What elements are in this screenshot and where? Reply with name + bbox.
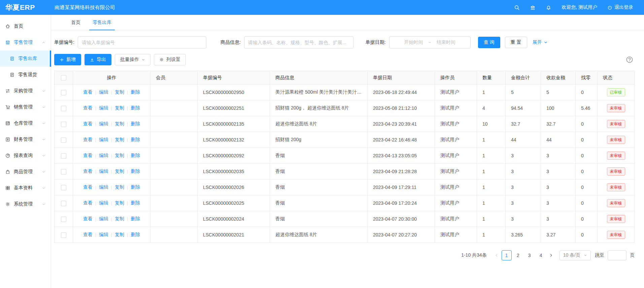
copy-link[interactable]: 复制	[115, 105, 124, 111]
product-info-input[interactable]	[244, 36, 353, 49]
row-checkbox[interactable]	[61, 90, 66, 95]
tab-home[interactable]: 首页	[65, 15, 87, 30]
column-settings-label: 列设置	[166, 57, 180, 63]
sidebar-item-零售管理[interactable]: 零售管理	[0, 34, 51, 51]
copy-link[interactable]: 复制	[115, 121, 124, 127]
edit-link[interactable]: 编辑	[99, 89, 108, 95]
sidebar-item-系统管理[interactable]: 系统管理	[0, 196, 51, 212]
edit-link[interactable]: 编辑	[99, 137, 108, 143]
edit-link[interactable]: 编辑	[99, 121, 108, 127]
batch-actions-button[interactable]: 批量操作	[115, 54, 150, 65]
sidebar-item-报表查询[interactable]: 报表查询	[0, 148, 51, 164]
view-link[interactable]: 查看	[83, 232, 93, 238]
copy-link[interactable]: 复制	[115, 200, 124, 206]
copy-link[interactable]: 复制	[115, 232, 124, 238]
export-button[interactable]: 导出	[84, 54, 111, 65]
cell-change: 0	[576, 164, 598, 180]
doc-no-input[interactable]	[78, 36, 206, 49]
search-icon[interactable]	[514, 5, 520, 10]
add-button[interactable]: 新增	[54, 54, 81, 65]
row-checkbox[interactable]	[61, 232, 66, 238]
delete-link[interactable]: 删除	[131, 184, 140, 190]
view-link[interactable]: 查看	[83, 121, 93, 127]
prev-page-button[interactable]	[492, 250, 502, 260]
delete-link[interactable]: 删除	[131, 89, 140, 95]
edit-link[interactable]: 编辑	[99, 184, 108, 190]
next-page-button[interactable]	[546, 250, 556, 260]
date-range-input[interactable]: 开始时间 ~ 结束时间	[389, 36, 471, 49]
jump-page-input[interactable]	[608, 250, 626, 260]
copy-link[interactable]: 复制	[115, 137, 124, 143]
sidebar-subitem-零售退货[interactable]: 零售退货	[0, 67, 51, 83]
copy-link[interactable]: 复制	[115, 168, 124, 174]
view-link[interactable]: 查看	[83, 137, 93, 143]
row-checkbox[interactable]	[61, 122, 66, 127]
reset-button[interactable]: 重 置	[505, 37, 527, 48]
row-checkbox[interactable]	[61, 137, 66, 143]
bell-icon[interactable]	[546, 5, 551, 10]
row-checkbox[interactable]	[61, 169, 66, 174]
delete-link[interactable]: 删除	[131, 216, 140, 222]
sidebar-item-销售管理[interactable]: 销售管理	[0, 99, 51, 115]
delete-link[interactable]: 删除	[131, 121, 140, 127]
delete-link[interactable]: 删除	[131, 137, 140, 143]
divider: |	[127, 153, 128, 158]
copy-link[interactable]: 复制	[115, 216, 124, 222]
cell-actions: 查看|编辑|复制|删除	[73, 100, 150, 116]
view-link[interactable]: 查看	[83, 184, 93, 190]
row-checkbox[interactable]	[61, 185, 66, 190]
page-button-4[interactable]: 4	[536, 250, 546, 260]
platform-icon[interactable]	[530, 5, 536, 10]
row-checkbox[interactable]	[61, 106, 66, 111]
view-link[interactable]: 查看	[83, 216, 93, 222]
sidebar-item-商品管理[interactable]: 商品管理	[0, 164, 51, 180]
delete-link[interactable]: 删除	[131, 200, 140, 206]
view-link[interactable]: 查看	[83, 89, 93, 95]
select-all-checkbox[interactable]	[61, 75, 66, 81]
delete-link[interactable]: 删除	[131, 168, 140, 174]
view-link[interactable]: 查看	[83, 153, 93, 159]
edit-link[interactable]: 编辑	[99, 105, 108, 111]
sidebar-item-财务管理[interactable]: 财务管理	[0, 131, 51, 148]
cell-operator: 测试用户	[435, 195, 477, 211]
copy-link[interactable]: 复制	[115, 184, 124, 190]
expand-filters-link[interactable]: 展开	[533, 39, 548, 45]
view-link[interactable]: 查看	[83, 105, 93, 111]
tab-retail-outbound[interactable]: 零售出库	[87, 15, 117, 30]
sidebar-item-label: 仓库管理	[14, 120, 33, 126]
sidebar-item-采购管理[interactable]: 采购管理	[0, 83, 51, 99]
edit-link[interactable]: 编辑	[99, 232, 108, 238]
sidebar-item-基本资料[interactable]: 基本资料	[0, 180, 51, 196]
delete-link[interactable]: 删除	[131, 105, 140, 111]
cell-total: 5	[506, 85, 541, 100]
delete-link[interactable]: 删除	[131, 153, 140, 159]
row-checkbox[interactable]	[61, 153, 66, 159]
copy-link[interactable]: 复制	[115, 153, 124, 159]
page-button-1[interactable]: 1	[502, 250, 512, 260]
logout-button[interactable]: 退出登录	[607, 4, 633, 10]
page-button-2[interactable]: 2	[513, 250, 523, 260]
view-link[interactable]: 查看	[83, 200, 93, 206]
cell-qty: 1	[477, 132, 506, 148]
cell-actions: 查看|编辑|复制|删除	[73, 85, 150, 100]
edit-link[interactable]: 编辑	[99, 153, 108, 159]
sidebar-item-首页[interactable]: 首页	[0, 18, 51, 34]
row-checkbox[interactable]	[61, 217, 66, 222]
cell-product: 超迷你维达面纸 8片	[270, 116, 368, 132]
delete-link[interactable]: 删除	[131, 232, 140, 238]
sidebar-item-仓库管理[interactable]: 仓库管理	[0, 115, 51, 131]
column-settings-button[interactable]: 列设置	[154, 54, 186, 65]
edit-link[interactable]: 编辑	[99, 200, 108, 206]
cell-received: 100	[541, 100, 576, 116]
page-size-select[interactable]: 10 条/页	[560, 250, 591, 260]
row-checkbox[interactable]	[61, 201, 66, 206]
sidebar-subitem-零售出库[interactable]: 零售出库	[0, 51, 51, 67]
view-link[interactable]: 查看	[83, 168, 93, 174]
search-button[interactable]: 查 询	[478, 37, 500, 48]
copy-link[interactable]: 复制	[115, 89, 124, 95]
page-button-3[interactable]: 3	[524, 250, 535, 260]
help-icon[interactable]	[626, 56, 633, 63]
cell-actions: 查看|编辑|复制|删除	[73, 211, 150, 227]
edit-link[interactable]: 编辑	[99, 168, 108, 174]
edit-link[interactable]: 编辑	[99, 216, 108, 222]
